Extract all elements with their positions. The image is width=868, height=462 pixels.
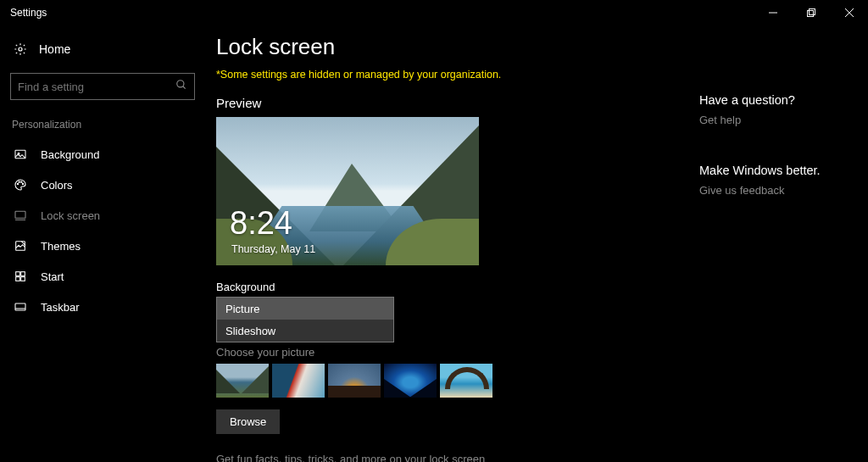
svg-rect-17 (16, 272, 20, 276)
svg-rect-1 (807, 11, 813, 17)
section-label: Personalization (12, 119, 206, 131)
titlebar: Settings (0, 0, 868, 25)
lockscreen-preview: 8:24 Thursday, May 11 (216, 117, 479, 265)
org-warning: *Some settings are hidden or managed by … (216, 69, 691, 81)
search-field[interactable] (18, 81, 175, 93)
funfacts-label: Get fun facts, tips, tricks, and more on… (216, 453, 691, 462)
question-heading: Have a question? (699, 93, 868, 107)
close-button[interactable] (830, 0, 868, 25)
background-dropdown[interactable]: Picture Slideshow (216, 297, 394, 342)
sidebar-item-themes[interactable]: Themes (0, 231, 206, 261)
sidebar-item-label: Lock screen (41, 209, 100, 222)
content: Lock screen *Some settings are hidden or… (216, 34, 691, 462)
search-input[interactable] (10, 73, 195, 100)
sidebar-item-taskbar[interactable]: Taskbar (0, 292, 206, 322)
window-title: Settings (10, 7, 47, 19)
background-label: Background (216, 281, 691, 293)
sidebar-item-colors[interactable]: Colors (0, 170, 206, 200)
lock-screen-icon (14, 209, 27, 222)
choose-picture-label: Choose your picture (216, 346, 691, 359)
sidebar-item-label: Themes (41, 240, 81, 253)
window-buttons (754, 0, 868, 25)
page-title: Lock screen (216, 34, 691, 60)
picture-thumbs (216, 364, 691, 398)
taskbar-icon (14, 300, 27, 314)
search-icon (175, 79, 187, 94)
dropdown-option-slideshow[interactable]: Slideshow (217, 320, 393, 342)
sidebar-item-label: Colors (41, 179, 73, 192)
picture-thumb-3[interactable] (328, 364, 381, 398)
sidebar-item-label: Taskbar (41, 301, 80, 314)
preview-date: Thursday, May 11 (231, 243, 315, 255)
picture-icon (14, 148, 27, 161)
svg-point-12 (21, 181, 22, 182)
svg-rect-14 (15, 211, 25, 218)
picture-thumb-4[interactable] (384, 364, 437, 398)
maximize-button[interactable] (792, 0, 830, 25)
picture-thumb-2[interactable] (272, 364, 325, 398)
get-help-link[interactable]: Get help (699, 114, 868, 126)
sidebar-item-lock-screen[interactable]: Lock screen (0, 200, 206, 231)
svg-rect-18 (21, 272, 25, 276)
svg-rect-21 (15, 303, 25, 310)
palette-icon (14, 178, 27, 192)
svg-point-10 (17, 183, 18, 184)
picture-thumb-5[interactable] (440, 364, 492, 398)
svg-rect-2 (809, 9, 815, 15)
minimize-button[interactable] (754, 0, 792, 25)
themes-icon (14, 239, 27, 253)
svg-rect-19 (16, 277, 20, 281)
svg-rect-20 (21, 277, 25, 281)
svg-line-7 (183, 86, 186, 89)
start-icon (14, 270, 27, 283)
browse-button[interactable]: Browse (216, 409, 280, 434)
sidebar-item-label: Background (41, 148, 99, 161)
feedback-link[interactable]: Give us feedback (699, 184, 868, 197)
svg-point-5 (19, 47, 22, 51)
preview-time: 8:24 (230, 205, 292, 242)
feedback-heading: Make Windows better. (699, 164, 868, 177)
sidebar-item-label: Start (41, 270, 64, 283)
gear-icon (14, 42, 27, 56)
sidebar-item-start[interactable]: Start (0, 261, 206, 292)
svg-point-6 (177, 81, 184, 87)
dropdown-option-picture[interactable]: Picture (217, 298, 393, 320)
home-label: Home (39, 42, 70, 56)
nav-list: Background Colors Lock screen Themes (0, 139, 206, 322)
sidebar-item-background[interactable]: Background (0, 139, 206, 170)
preview-heading: Preview (216, 96, 691, 110)
sidebar: Home Personalization Background (0, 25, 216, 462)
right-column: Have a question? Get help Make Windows b… (691, 34, 868, 462)
home-button[interactable]: Home (10, 34, 206, 64)
svg-point-13 (22, 183, 23, 184)
picture-thumb-1[interactable] (216, 364, 269, 398)
svg-point-11 (19, 181, 19, 182)
